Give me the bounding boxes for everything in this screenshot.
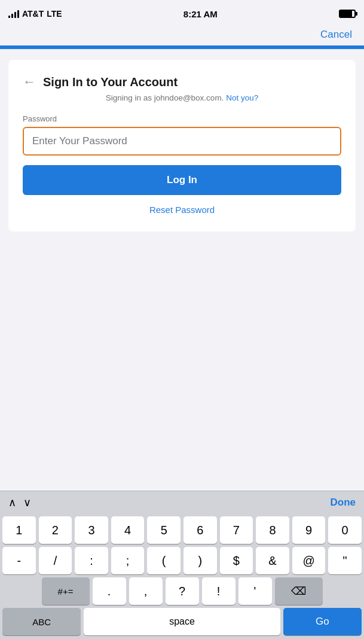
status-right xyxy=(339,10,356,18)
back-arrow-icon[interactable]: ← xyxy=(23,74,36,90)
signin-card: ← Sign In to Your Account Signing in as … xyxy=(8,60,356,232)
key-5[interactable]: 5 xyxy=(147,516,181,544)
key-close-paren[interactable]: ) xyxy=(183,547,217,574)
not-you-link[interactable]: Not you? xyxy=(226,93,258,102)
done-button[interactable]: Done xyxy=(331,497,356,509)
key-quote[interactable]: " xyxy=(328,547,362,574)
key-slash[interactable]: / xyxy=(39,547,72,574)
key-open-paren[interactable]: ( xyxy=(147,547,181,574)
delete-icon: ⌫ xyxy=(291,585,306,598)
key-4[interactable]: 4 xyxy=(111,516,145,544)
key-8[interactable]: 8 xyxy=(256,516,289,544)
key-7[interactable]: 7 xyxy=(220,516,253,544)
carrier-name: AT&T xyxy=(22,9,44,19)
keyboard: 1 2 3 4 5 6 7 8 9 0 - / : ; ( ) $ & @ " … xyxy=(0,514,364,639)
key-space[interactable]: space xyxy=(84,608,280,635)
key-go[interactable]: Go xyxy=(283,608,362,635)
reset-password-link[interactable]: Reset Password xyxy=(23,205,341,215)
key-6[interactable]: 6 xyxy=(183,516,217,544)
accent-bar xyxy=(0,45,364,49)
key-2[interactable]: 2 xyxy=(39,516,72,544)
network-type: LTE xyxy=(47,9,62,19)
key-colon[interactable]: : xyxy=(75,547,108,574)
key-exclamation[interactable]: ! xyxy=(202,577,235,605)
carrier-info: AT&T LTE xyxy=(8,9,62,19)
key-hashtag-special[interactable]: #+= xyxy=(42,577,90,605)
key-1[interactable]: 1 xyxy=(2,516,36,544)
key-period[interactable]: . xyxy=(93,577,126,605)
delete-button[interactable]: ⌫ xyxy=(275,577,323,605)
keyboard-toolbar: ∧ ∨ Done xyxy=(0,491,364,514)
status-bar: AT&T LTE 8:21 AM xyxy=(0,0,364,26)
battery-icon xyxy=(339,10,356,18)
toolbar-down-button[interactable]: ∨ xyxy=(23,496,31,509)
key-question[interactable]: ? xyxy=(166,577,199,605)
clock: 8:21 AM xyxy=(183,9,218,19)
nav-bar: Cancel xyxy=(0,26,364,45)
key-dash[interactable]: - xyxy=(2,547,36,574)
keyboard-row-2: - / : ; ( ) $ & @ " xyxy=(2,547,362,574)
key-at[interactable]: @ xyxy=(292,547,326,574)
key-9[interactable]: 9 xyxy=(292,516,326,544)
key-3[interactable]: 3 xyxy=(75,516,108,544)
password-label: Password xyxy=(23,114,341,123)
key-semicolon[interactable]: ; xyxy=(111,547,145,574)
key-ampersand[interactable]: & xyxy=(256,547,289,574)
page-title: Sign In to Your Account xyxy=(43,75,178,89)
key-dollar[interactable]: $ xyxy=(220,547,253,574)
key-apostrophe[interactable]: ' xyxy=(238,577,272,605)
key-abc[interactable]: ABC xyxy=(2,608,81,635)
keyboard-row-4: ABC space Go xyxy=(2,608,362,635)
key-comma[interactable]: , xyxy=(129,577,163,605)
key-0[interactable]: 0 xyxy=(328,516,362,544)
keyboard-row-3: #+= . , ? ! ' ⌫ xyxy=(2,577,362,605)
toolbar-up-button[interactable]: ∧ xyxy=(8,496,16,509)
card-header: ← Sign In to Your Account xyxy=(23,74,341,90)
battery-fill xyxy=(340,11,352,17)
keyboard-row-1: 1 2 3 4 5 6 7 8 9 0 xyxy=(2,516,362,544)
subtitle-text: Signing in as johndoe@box.com. xyxy=(106,93,224,102)
cancel-button[interactable]: Cancel xyxy=(320,29,352,41)
login-button[interactable]: Log In xyxy=(23,165,341,195)
password-input[interactable] xyxy=(23,127,341,156)
signin-subtitle: Signing in as johndoe@box.com. Not you? xyxy=(23,93,341,102)
toolbar-nav: ∧ ∨ xyxy=(8,496,31,509)
signal-icon xyxy=(8,10,19,18)
